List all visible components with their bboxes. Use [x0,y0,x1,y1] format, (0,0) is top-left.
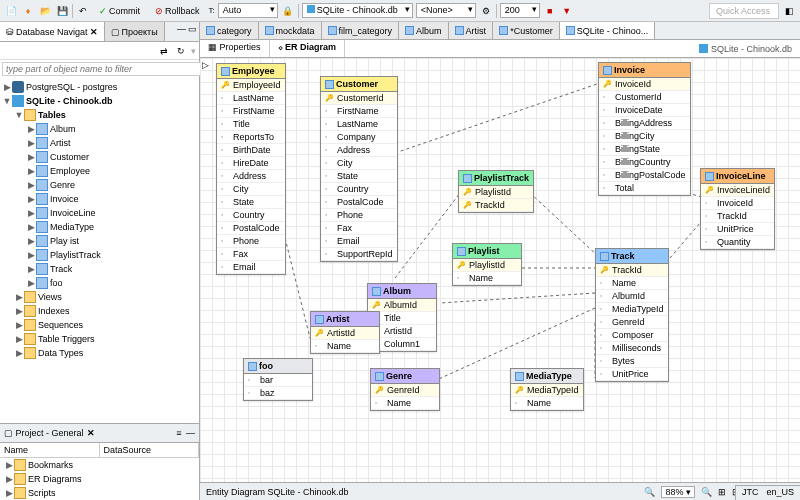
er-diagram-canvas[interactable]: ▷ Employee🔑EmployeeId◦LastName◦FirstName… [200,58,800,482]
settings-icon[interactable]: ⚙ [479,4,493,18]
editor-tab[interactable]: *Customer [493,22,560,39]
project-item[interactable]: ▶ER Diagrams [0,472,199,486]
entity-mediatype[interactable]: MediaType🔑MediaTypeId◦Name [510,368,584,411]
main-toolbar: 📄 ♦ 📂 💾 ↶ ✓Commit ⊘Rollback T: Auto 🔒 SQ… [0,0,800,22]
zoom-in-icon[interactable]: 🔍 [701,487,712,497]
entity-invoice[interactable]: Invoice🔑InvoiceId◦CustomerId◦InvoiceDate… [598,62,691,196]
editor-tab[interactable]: SQLite - Chinoo... [560,22,656,39]
commit-button[interactable]: ✓Commit [93,3,146,19]
locale-bar: JTCen_US [735,485,800,500]
link-icon[interactable]: ⇄ [157,44,171,58]
tab-database-navigator[interactable]: ⛁Database Navigat ✕ [0,22,105,41]
quick-access-input[interactable]: Quick Access [709,3,779,19]
refresh-icon[interactable]: ↻ [174,44,188,58]
entity-customer[interactable]: Customer🔑CustomerId◦FirstName◦LastName◦C… [320,76,398,262]
minimize-icon[interactable]: — [177,24,186,39]
new-icon[interactable]: 📄 [4,4,18,18]
canvas-toggle-icon[interactable]: ▷ [202,60,209,70]
zoom-combo[interactable]: 88% ▾ [661,486,695,498]
status-bar: Entity Diagram SQLite - Chinook.db 🔍 88%… [200,482,800,500]
save-icon[interactable]: 💾 [55,4,69,18]
project-item[interactable]: ▶Scripts [0,486,199,500]
tree-node-views[interactable]: ▶Views [2,290,197,304]
database-combo[interactable]: SQLite - Chinook.db [302,3,413,18]
tree-node-genre[interactable]: ▶Genre [2,178,197,192]
project-title: Project - General [16,428,84,438]
tx-mode-combo[interactable]: Auto [218,3,278,18]
tree-node-artist[interactable]: ▶Artist [2,136,197,150]
tree-node-tables[interactable]: ▼Tables [2,108,197,122]
entity-track[interactable]: Track🔑TrackId◦Name◦AlbumId◦MediaTypeId◦G… [595,248,669,382]
tree-node-foo[interactable]: ▶foo [2,276,197,290]
tree-node-mediatype[interactable]: ▶MediaType [2,220,197,234]
editor-tab[interactable]: film_category [322,22,400,39]
navigator-tree[interactable]: ▶PostgreSQL - postgres▼SQLite - Chinook.… [0,78,199,423]
tree-node-table-triggers[interactable]: ▶Table Triggers [2,332,197,346]
project-item[interactable]: ▶Bookmarks [0,458,199,472]
limit-combo[interactable]: 200 [500,3,540,18]
tree-node-playlisttrack[interactable]: ▶PlaylistTrack [2,248,197,262]
sql-icon[interactable]: ♦ [21,4,35,18]
tree-node-invoice[interactable]: ▶Invoice [2,192,197,206]
project-panel: ▢ Project - General ✕ ≡ — Name DataSourc… [0,423,199,500]
tree-node-play-ist[interactable]: ▶Play ist [2,234,197,248]
editor-tabs: categorymockdatafilm_categoryAlbumArtist… [200,22,800,40]
subtab-properties[interactable]: ▦ Properties [200,40,270,57]
tab-projects[interactable]: ▢Проекты [105,22,165,41]
run-icon[interactable]: ▼ [560,4,574,18]
search2-icon[interactable]: 🔍 [644,487,655,497]
tree-node-invoiceline[interactable]: ▶InvoiceLine [2,206,197,220]
editor-tab[interactable]: Album [399,22,449,39]
project-col-datasource[interactable]: DataSource [100,443,200,457]
grid-icon[interactable]: ⊞ [718,487,726,497]
entity-invoiceline[interactable]: InvoiceLine🔑InvoiceLineId◦InvoiceId◦Trac… [700,168,775,250]
rollback-button[interactable]: ⊘Rollback [149,3,206,19]
tree-node-sequences[interactable]: ▶Sequences [2,318,197,332]
entity-foo[interactable]: foo◦bar◦baz [243,358,313,401]
entity-playlisttrack[interactable]: PlaylistTrack🔑PlaylistId🔑TrackId [458,170,534,213]
schema-combo[interactable]: <None> [416,3,476,18]
editor-tab[interactable]: Artist [449,22,494,39]
project-items: ▶Bookmarks▶ER Diagrams▶Scripts [0,458,199,500]
stop-icon[interactable]: ■ [543,4,557,18]
tree-node-sqlite-chinook-db[interactable]: ▼SQLite - Chinook.db [2,94,197,108]
tree-node-postgresql-postgres[interactable]: ▶PostgreSQL - postgres [2,80,197,94]
tree-node-track[interactable]: ▶Track [2,262,197,276]
project-config-icon[interactable]: ≡ [172,426,186,440]
tree-node-data-types[interactable]: ▶Data Types [2,346,197,360]
lock-icon[interactable]: 🔒 [281,4,295,18]
entity-genre[interactable]: Genre🔑GenreId◦Name [370,368,440,411]
minimize-icon[interactable]: — [186,428,195,438]
subtab-er-diagram[interactable]: ⬦ ER Diagram [270,40,346,57]
status-text: Entity Diagram SQLite - Chinook.db [206,487,349,497]
tree-node-indexes[interactable]: ▶Indexes [2,304,197,318]
left-sidebar: ⛁Database Navigat ✕ ▢Проекты —▭ ⇄ ↻ ▾ ▶P… [0,22,200,500]
tree-node-customer[interactable]: ▶Customer [2,150,197,164]
maximize-icon[interactable]: ▭ [188,24,197,39]
navigator-filter-input[interactable] [2,62,201,76]
project-col-name[interactable]: Name [0,443,100,457]
editor-tab[interactable]: category [200,22,259,39]
tree-node-album[interactable]: ▶Album [2,122,197,136]
entity-artist[interactable]: Artist🔑ArtistId◦Name [310,311,380,354]
editor-tab[interactable]: mockdata [259,22,322,39]
breadcrumb: SQLite - Chinook.db [691,40,800,57]
tree-node-employee[interactable]: ▶Employee [2,164,197,178]
open-icon[interactable]: 📂 [38,4,52,18]
undo-icon[interactable]: ↶ [76,4,90,18]
editor-area: categorymockdatafilm_categoryAlbumArtist… [200,22,800,500]
perspective-icon[interactable]: ◧ [782,4,796,18]
entity-playlist[interactable]: Playlist🔑PlaylistId◦Name [452,243,522,286]
entity-employee[interactable]: Employee🔑EmployeeId◦LastName◦FirstName◦T… [216,63,286,275]
